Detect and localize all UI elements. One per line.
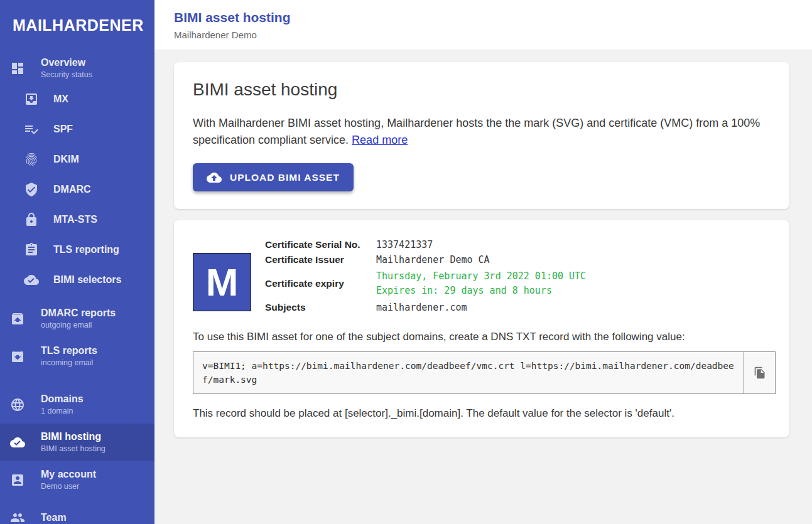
sidebar-item-sublabel: outgoing email	[41, 321, 116, 329]
intro-text-body: With Mailhardener BIMI asset hosting, Ma…	[193, 117, 760, 146]
cloud-upload-icon	[207, 170, 222, 185]
copy-dns-record-button[interactable]	[744, 352, 775, 393]
people-icon	[10, 510, 25, 524]
cert-serial-value: 1337421337	[376, 238, 586, 252]
sidebar-item-domains[interactable]: Domains1 domain	[0, 386, 154, 424]
copy-icon	[754, 366, 766, 379]
cert-subjects-value: mailhardener.com	[376, 301, 586, 314]
page-header: BIMI asset hosting Mailhardener Demo	[154, 0, 812, 50]
fingerprint-icon	[24, 152, 39, 167]
sidebar-item-label: DMARC reports	[41, 308, 116, 318]
cloud-check-icon	[24, 272, 39, 287]
sidebar-item-label: TLS reports	[41, 346, 97, 356]
sidebar-item-sublabel: BIMI asset hosting	[41, 445, 106, 453]
sidebar-item-label: Team	[41, 513, 67, 523]
certificate-details: Certificate Serial No. 1337421337 Certif…	[265, 238, 586, 314]
sidebar-item-mta-sts[interactable]: MTA-STS	[0, 205, 154, 235]
cloud-check-icon	[10, 435, 25, 450]
read-more-link[interactable]: Read more	[352, 134, 408, 146]
sidebar-item-dmarc-reports[interactable]: DMARC reportsoutgoing email	[0, 300, 154, 338]
cert-issuer-value: Mailhardener Demo CA	[376, 253, 586, 267]
move-to-inbox-icon	[24, 92, 39, 107]
sidebar-item-my-account[interactable]: My accountDemo user	[0, 461, 154, 499]
upload-button-label: UPLOAD BIMI ASSET	[230, 172, 340, 183]
cert-subjects-label: Subjects	[265, 301, 376, 314]
dashboard-icon	[10, 61, 25, 76]
app-logo[interactable]: MAILHARDENER	[0, 0, 154, 53]
intro-card: BIMI asset hosting With Mailhardener BIM…	[174, 62, 789, 209]
sidebar-item-label: Overview	[41, 58, 92, 68]
sidebar-item-sublabel: 1 domain	[41, 407, 84, 415]
cert-serial-label: Certificate Serial No.	[265, 238, 376, 252]
page-title: BIMI asset hosting	[174, 10, 812, 25]
sidebar-item-team[interactable]: Team	[0, 499, 154, 524]
certificate-card: M Certificate Serial No. 1337421337 Cert…	[174, 220, 789, 437]
sidebar-item-sublabel: Demo user	[41, 483, 96, 491]
sidebar: MAILHARDENER OverviewSecurity status MX …	[0, 0, 154, 524]
bimi-mark-logo: M	[193, 253, 251, 311]
sidebar-item-dkim[interactable]: DKIM	[0, 144, 154, 174]
sidebar-item-label: SPF	[53, 124, 73, 134]
sidebar-item-sublabel: incoming email	[41, 359, 97, 367]
selector-note: This record should be placed at [selecto…	[193, 407, 771, 420]
sidebar-item-label: MX	[53, 94, 68, 104]
card-title: BIMI asset hosting	[193, 80, 771, 100]
sidebar-item-bimi-hosting[interactable]: BIMI hostingBIMI asset hosting	[0, 424, 154, 461]
unarchive-icon	[10, 311, 25, 326]
clipboard-icon	[24, 242, 39, 257]
bimi-mark-letter: M	[206, 263, 239, 302]
shield-check-icon	[24, 182, 39, 197]
dns-record-value: v=BIMI1; a=https://bimi.mailhardener.com…	[193, 352, 744, 393]
sidebar-item-label: DMARC	[53, 184, 91, 195]
sidebar-item-spf[interactable]: SPF	[0, 114, 154, 144]
cert-expiry-date: Thursday, February 3rd 2022 01:00 UTC	[376, 269, 586, 284]
main-area: BIMI asset hosting Mailhardener Demo BIM…	[154, 0, 812, 524]
page-subtitle: Mailhardener Demo	[174, 29, 812, 40]
sidebar-item-label: MTA-STS	[53, 215, 97, 225]
cert-issuer-label: Certificate Issuer	[265, 253, 376, 267]
sidebar-item-tls-reporting[interactable]: TLS reporting	[0, 235, 154, 265]
sidebar-item-bimi-selectors[interactable]: BIMI selectors	[0, 265, 154, 295]
sidebar-item-overview[interactable]: OverviewSecurity status	[0, 53, 154, 84]
sidebar-item-sublabel: Security status	[41, 71, 92, 79]
sidebar-item-mx[interactable]: MX	[0, 84, 154, 114]
upload-bimi-asset-button[interactable]: UPLOAD BIMI ASSET	[193, 163, 354, 191]
sidebar-item-label: BIMI selectors	[53, 275, 121, 285]
sidebar-item-label: My account	[41, 469, 96, 479]
content: BIMI asset hosting With Mailhardener BIM…	[154, 50, 812, 437]
sidebar-item-label: Domains	[41, 394, 84, 404]
playlist-check-icon	[24, 122, 39, 137]
cert-expiry-value: Thursday, February 3rd 2022 01:00 UTC Ex…	[376, 268, 586, 299]
sidebar-item-tls-reports[interactable]: TLS reportsincoming email	[0, 338, 154, 375]
sidebar-item-label: TLS reporting	[53, 245, 119, 255]
intro-text: With Mailhardener BIMI asset hosting, Ma…	[193, 115, 771, 149]
account-box-icon	[10, 473, 25, 488]
cert-expiry-label: Certificate expiry	[265, 277, 376, 291]
sidebar-item-label: DKIM	[53, 154, 79, 164]
sidebar-item-label: BIMI hosting	[41, 432, 106, 442]
globe-icon	[10, 397, 25, 412]
sidebar-item-dmarc[interactable]: DMARC	[0, 174, 154, 205]
lock-icon	[24, 212, 39, 227]
cert-expiry-countdown: Expires in: 29 days and 8 hours	[376, 284, 586, 298]
dns-record-box: v=BIMI1; a=https://bimi.mailhardener.com…	[193, 351, 776, 394]
dns-instruction: To use this BIMI asset for one of the su…	[193, 331, 771, 343]
archive-icon	[10, 349, 25, 364]
